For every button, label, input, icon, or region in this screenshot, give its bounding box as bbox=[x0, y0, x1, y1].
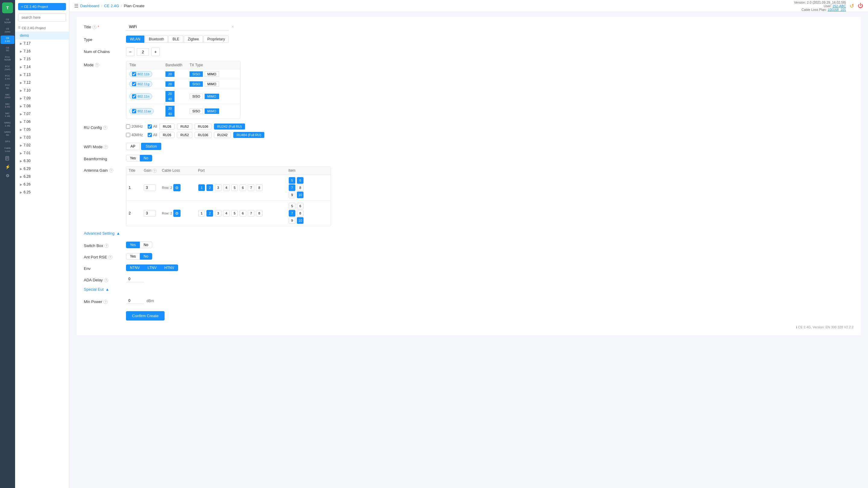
hamburger-icon[interactable]: ☰ bbox=[74, 3, 79, 9]
item-7-row1[interactable]: 7 bbox=[289, 184, 296, 191]
bw-btn-20-80211n[interactable]: 20 bbox=[165, 91, 175, 96]
num-chains-increase[interactable]: + bbox=[151, 47, 160, 56]
add-project-button[interactable]: + CE 2.4G Project bbox=[18, 3, 66, 10]
nav-item-713[interactable]: ▶ 7.13 bbox=[15, 71, 69, 78]
mode-check-80211g[interactable] bbox=[132, 82, 136, 86]
port-1-row2[interactable]: 1 bbox=[198, 210, 205, 217]
ada-delay-input[interactable] bbox=[126, 276, 144, 282]
wifi-mode-ap[interactable]: AP bbox=[126, 143, 140, 150]
port-6-row1[interactable]: 6 bbox=[240, 184, 246, 191]
switch-box-yes[interactable]: Yes bbox=[126, 241, 140, 248]
sidebar-item-ce5gnr[interactable]: CE5GNR bbox=[1, 17, 14, 25]
port-3-row2[interactable]: 3 bbox=[215, 210, 221, 217]
cable-loss-link[interactable]: 100168_101 bbox=[828, 8, 846, 11]
nav-item-712[interactable]: ▶ 7.12 bbox=[15, 78, 69, 87]
ru-40mhz-all-check[interactable] bbox=[148, 133, 152, 137]
item-8-row2[interactable]: 8 bbox=[297, 210, 304, 217]
nav-item-709[interactable]: ▶ 7.09 bbox=[15, 94, 69, 102]
ag-gear-btn-1[interactable]: ⚙ bbox=[173, 184, 181, 191]
port-7-row1[interactable]: 7 bbox=[248, 184, 254, 191]
nav-item-703[interactable]: ▶ 7.03 bbox=[15, 133, 69, 141]
wifi-mode-station[interactable]: Station bbox=[141, 143, 161, 150]
ru-btn-ru52-40mhz[interactable]: RU52 bbox=[177, 132, 192, 138]
sidebar-item-ce24g[interactable]: CE2.4G bbox=[1, 36, 14, 44]
tx-siso-80211b[interactable]: SISO bbox=[190, 71, 203, 77]
sidebar-item-fcc234g[interactable]: FCC234G bbox=[1, 64, 14, 72]
mode-tag-80211b[interactable]: 802.11b bbox=[129, 71, 152, 77]
sidebar-item-fcc24g[interactable]: FCC2.4G bbox=[1, 73, 14, 82]
item-8-row1[interactable]: 8 bbox=[297, 184, 304, 191]
nav-item-714[interactable]: ▶ 7.14 bbox=[15, 63, 69, 71]
mode-check-80211ax[interactable] bbox=[132, 109, 136, 113]
title-help-icon[interactable]: ? bbox=[92, 25, 96, 29]
nav-item-716[interactable]: ▶ 7.16 bbox=[15, 47, 69, 55]
beamforming-yes[interactable]: Yes bbox=[126, 155, 140, 161]
sidebar-item-srrc24g[interactable]: SRRC2.4G bbox=[1, 120, 14, 128]
type-btn-ble[interactable]: BLE bbox=[168, 36, 183, 43]
min-power-input[interactable] bbox=[126, 298, 144, 304]
title-input[interactable] bbox=[126, 23, 228, 31]
port-4-row2[interactable]: 4 bbox=[223, 210, 230, 217]
bw-btn-40-80211ax[interactable]: 40 bbox=[165, 111, 175, 117]
beamforming-no[interactable]: No bbox=[140, 155, 152, 161]
port-5-row1[interactable]: 5 bbox=[231, 184, 238, 191]
nav-item-715[interactable]: ▶ 7.15 bbox=[15, 55, 69, 63]
port-2-row2[interactable]: 2 bbox=[207, 210, 213, 217]
mode-check-80211n[interactable] bbox=[132, 94, 136, 98]
sidebar-item-lightning[interactable]: ⚡ bbox=[1, 163, 14, 171]
item-5-row1[interactable]: 5 bbox=[289, 177, 296, 184]
env-btn-ltnv[interactable]: LTNV bbox=[144, 264, 161, 271]
sidebar-item-srrc5g[interactable]: SRRC5G bbox=[1, 130, 14, 138]
nav-item-710[interactable]: ▶ 7.10 bbox=[15, 87, 69, 94]
gain-help-icon[interactable]: ? bbox=[153, 169, 157, 173]
item-10-row1[interactable]: 10 bbox=[297, 192, 304, 198]
confirm-create-button[interactable]: Confirm Create bbox=[126, 311, 164, 321]
ru-btn-ru106-20mhz[interactable]: RU106 bbox=[195, 124, 212, 130]
port-3-row1[interactable]: 3 bbox=[215, 184, 221, 191]
nav-item-630[interactable]: ▶ 6.30 bbox=[15, 157, 69, 165]
bw-btn-20-80211ax[interactable]: 20 bbox=[165, 106, 175, 111]
ada-delay-help-icon[interactable]: ? bbox=[104, 278, 108, 282]
sidebar-item-ce234g[interactable]: CE234G bbox=[1, 26, 14, 34]
env-btn-htnv[interactable]: HTNV bbox=[160, 264, 178, 271]
special-eut-header[interactable]: Special Eut ▲ bbox=[84, 287, 110, 292]
ru-btn-ru52-20mhz[interactable]: RU52 bbox=[177, 124, 192, 130]
nav-item-705[interactable]: ▶ 7.05 bbox=[15, 126, 69, 133]
mode-tag-80211ax[interactable]: 802.11ax bbox=[129, 108, 154, 114]
port-2-row1[interactable]: 2 bbox=[207, 184, 213, 191]
type-btn-zigbee[interactable]: Zigbee bbox=[184, 36, 203, 43]
type-btn-proprietary[interactable]: Proprietary bbox=[204, 36, 229, 43]
ru-btn-ru242-40mhz[interactable]: RU242 bbox=[214, 132, 231, 138]
nav-item-626[interactable]: ▶ 6.26 bbox=[15, 181, 69, 188]
nav-item-707[interactable]: ▶ 7.07 bbox=[15, 110, 69, 118]
tx-mimo-80211g[interactable]: MIMO bbox=[205, 82, 219, 87]
ru-40mhz-check[interactable] bbox=[126, 133, 130, 137]
ag-gain-input-1[interactable] bbox=[144, 184, 156, 191]
tx-siso-80211n[interactable]: SISO bbox=[190, 94, 203, 99]
ru-config-help-icon[interactable]: ? bbox=[103, 126, 107, 130]
type-btn-bluetooth[interactable]: Bluetooth bbox=[145, 36, 168, 43]
min-power-help-icon[interactable]: ? bbox=[103, 300, 107, 304]
user-link[interactable]: 252-ABC bbox=[832, 4, 846, 8]
port-6-row2[interactable]: 6 bbox=[240, 210, 246, 217]
sidebar-item-ce5g[interactable]: CE5G bbox=[1, 45, 14, 53]
sidebar-item-fcc5g[interactable]: FCC5G bbox=[1, 83, 14, 91]
nav-item-629[interactable]: ▶ 6.29 bbox=[15, 165, 69, 173]
type-btn-wlan[interactable]: WLAN bbox=[126, 36, 144, 43]
port-1-row1[interactable]: 1 bbox=[198, 184, 205, 191]
tx-mimo-80211b[interactable]: MIMO bbox=[205, 71, 219, 77]
sidebar-item-dfs[interactable]: DFS bbox=[1, 139, 14, 144]
port-7-row2[interactable]: 7 bbox=[248, 210, 254, 217]
sidebar-item-mic24g2[interactable]: MIC2.4G bbox=[1, 111, 14, 119]
power-icon[interactable]: ⏻ bbox=[858, 3, 863, 9]
nav-item-708[interactable]: ▶ 7.08 bbox=[15, 102, 69, 110]
item-6-row1[interactable]: 6 bbox=[297, 177, 304, 184]
port-8-row2[interactable]: 8 bbox=[256, 210, 262, 217]
nav-item-demo[interactable]: demo bbox=[15, 32, 69, 39]
bw-btn-40-80211n[interactable]: 40 bbox=[165, 96, 175, 102]
breadcrumb-project[interactable]: CE 2.4G bbox=[104, 4, 119, 8]
tx-mimo-80211n[interactable]: MIMO bbox=[205, 94, 219, 99]
nav-item-702[interactable]: ▶ 7.02 bbox=[15, 141, 69, 149]
mode-tag-80211g[interactable]: 802.11g bbox=[129, 81, 152, 87]
ag-gear-btn-2[interactable]: ⚙ bbox=[173, 210, 181, 217]
